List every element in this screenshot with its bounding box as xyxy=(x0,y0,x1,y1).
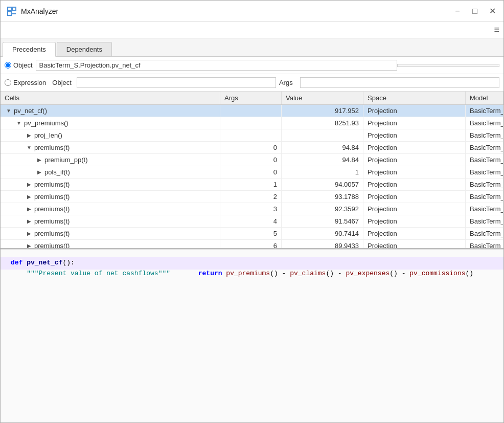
cell-value: 8251.93 xyxy=(282,117,363,129)
table-container: Cells Args Value Space Model ▼pv_net_cf(… xyxy=(1,92,503,249)
cell-args: 1 xyxy=(220,179,282,190)
code-line-1: def pv_net_cf(): xyxy=(1,257,503,270)
tab-precedents[interactable]: Precedents xyxy=(3,42,56,57)
object-radio[interactable] xyxy=(5,62,11,69)
tabs-bar: Precedents Dependents xyxy=(1,38,503,57)
table-row[interactable]: ▶premium_pp(t)094.84ProjectionBasicTerm_… xyxy=(1,154,503,166)
object-label-text: Object xyxy=(52,79,72,86)
args-input[interactable] xyxy=(300,77,499,88)
expand-icon[interactable]: ▶ xyxy=(25,217,33,226)
hamburger-menu-icon[interactable]: ≡ xyxy=(494,25,499,35)
table-row[interactable]: ▼pv_net_cf()917.952ProjectionBasicTerm_S xyxy=(1,105,503,117)
expand-icon[interactable]: ▶ xyxy=(25,205,33,213)
table-body[interactable]: ▼pv_net_cf()917.952ProjectionBasicTerm_S… xyxy=(1,105,503,248)
cell-space: Projection xyxy=(363,154,466,166)
expression-row: Expression Object Args xyxy=(1,74,503,92)
cell-model: BasicTerm_S xyxy=(466,240,503,248)
object-radio-label: Object xyxy=(13,61,33,69)
expand-icon[interactable]: ▶ xyxy=(35,156,43,164)
cell-space: Projection xyxy=(363,105,466,117)
expand-icon[interactable]: ▶ xyxy=(25,242,33,249)
cell-space: Projection xyxy=(363,129,466,141)
cell-value: 92.3592 xyxy=(282,203,363,215)
cell-value: 94.84 xyxy=(282,154,363,166)
object-row: Object xyxy=(1,57,503,74)
col-value: Value xyxy=(282,92,363,104)
col-space: Space xyxy=(363,92,466,104)
cell-value: 1 xyxy=(282,166,363,178)
collapse-icon[interactable]: ▼ xyxy=(15,119,23,127)
cell-args: 5 xyxy=(220,228,282,239)
code-line-4: return pv_premiums() - pv_claims() - pv_… xyxy=(182,270,474,277)
col-cells: Cells xyxy=(1,92,220,104)
cell-args: 0 xyxy=(220,166,282,178)
cell-space: Projection xyxy=(363,142,466,153)
col-model: Model xyxy=(466,92,503,104)
table-row[interactable]: ▶premiums(t)689.9433ProjectionBasicTerm_… xyxy=(1,240,503,248)
close-button[interactable]: ✕ xyxy=(487,6,497,16)
table-row[interactable]: ▶proj_len()ProjectionBasicTerm_S xyxy=(1,129,503,142)
cell-model: BasicTerm_S xyxy=(466,166,503,178)
expand-icon[interactable]: ▶ xyxy=(25,193,33,201)
cell-model: BasicTerm_S xyxy=(466,105,503,117)
table-row[interactable]: ▶premiums(t)491.5467ProjectionBasicTerm_… xyxy=(1,215,503,228)
tab-dependents[interactable]: Dependents xyxy=(57,42,112,56)
cell-args: 0 xyxy=(220,142,282,153)
col-args: Args xyxy=(220,92,282,104)
cell-args xyxy=(220,117,282,129)
table-row[interactable]: ▶premiums(t)293.1788ProjectionBasicTerm_… xyxy=(1,191,503,203)
collapse-icon[interactable]: ▼ xyxy=(25,144,33,152)
cell-name-text: proj_len() xyxy=(34,131,62,139)
cell-model: BasicTerm_S xyxy=(466,228,503,239)
cell-model: BasicTerm_S xyxy=(466,191,503,203)
expression-input[interactable] xyxy=(77,77,276,88)
object-radio-group: Object xyxy=(5,61,33,69)
cell-space: Projection xyxy=(363,240,466,248)
table-row[interactable]: ▶premiums(t)392.3592ProjectionBasicTerm_… xyxy=(1,203,503,215)
expression-radio[interactable] xyxy=(5,79,11,86)
table-row[interactable]: ▼premiums(t)094.84ProjectionBasicTerm_S xyxy=(1,142,503,154)
cell-model: BasicTerm_S xyxy=(466,154,503,166)
cell-args: 4 xyxy=(220,215,282,227)
object-right-field xyxy=(397,64,499,67)
cell-args xyxy=(220,129,282,141)
cell-space: Projection xyxy=(363,179,466,190)
cell-space: Projection xyxy=(363,203,466,215)
expand-icon[interactable]: ▶ xyxy=(35,168,43,176)
cell-value: 89.9433 xyxy=(282,240,363,248)
cell-model: BasicTerm_S xyxy=(466,142,503,153)
table-row[interactable]: ▶premiums(t)590.7414ProjectionBasicTerm_… xyxy=(1,228,503,240)
app-icon xyxy=(7,6,17,16)
app-title: MxAnalyzer xyxy=(21,7,452,15)
cell-name-text: premiums(t) xyxy=(34,242,70,248)
cell-model: BasicTerm_S xyxy=(466,129,503,141)
table-row[interactable]: ▼pv_premiums()8251.93ProjectionBasicTerm… xyxy=(1,117,503,129)
cell-value: 93.1788 xyxy=(282,191,363,203)
cell-value xyxy=(282,129,363,141)
minimize-button[interactable]: − xyxy=(452,6,463,16)
table-row[interactable]: ▶pols_if(t)01ProjectionBasicTerm_S xyxy=(1,166,503,179)
window-controls: − □ ✕ xyxy=(452,6,497,16)
cell-value: 917.952 xyxy=(282,105,363,117)
object-input[interactable] xyxy=(36,60,397,71)
cell-args xyxy=(220,105,282,117)
cell-value: 94.0057 xyxy=(282,179,363,190)
cell-model: BasicTerm_S xyxy=(466,117,503,129)
cell-args: 0 xyxy=(220,154,282,166)
table-row[interactable]: ▶premiums(t)194.0057ProjectionBasicTerm_… xyxy=(1,179,503,191)
main-window: MxAnalyzer − □ ✕ ≡ Precedents Dependents… xyxy=(0,0,504,423)
cell-name-text: premiums(t) xyxy=(34,144,70,151)
expand-icon[interactable]: ▶ xyxy=(25,181,33,189)
cell-name-text: premiums(t) xyxy=(34,217,70,225)
cell-args: 3 xyxy=(220,203,282,215)
cell-name-text: pv_premiums() xyxy=(24,119,68,127)
cell-space: Projection xyxy=(363,166,466,178)
cell-name-text: premiums(t) xyxy=(34,230,70,237)
expand-icon[interactable]: ▶ xyxy=(25,230,33,238)
collapse-icon[interactable]: ▼ xyxy=(5,107,13,115)
cell-args: 2 xyxy=(220,191,282,203)
expand-icon[interactable]: ▶ xyxy=(25,131,33,140)
code-line-3 xyxy=(174,270,178,277)
cell-name-text: premiums(t) xyxy=(34,205,70,213)
maximize-button[interactable]: □ xyxy=(470,6,480,16)
